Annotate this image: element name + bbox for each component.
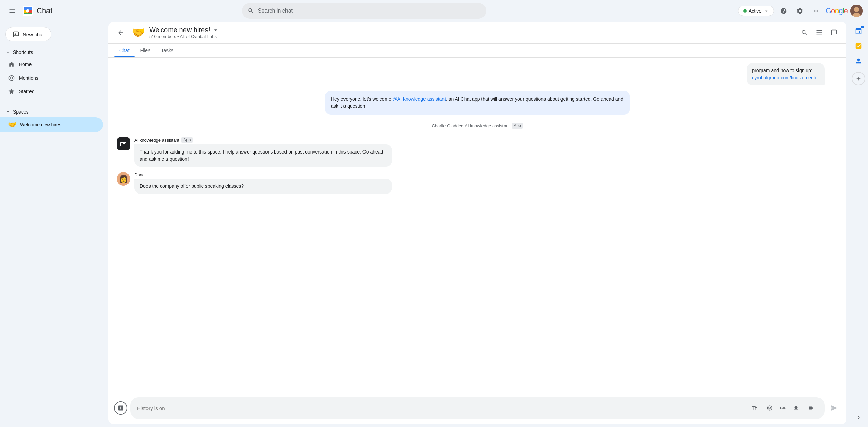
menu-icon[interactable] — [5, 4, 19, 18]
topbar-left: Chat — [5, 4, 114, 18]
google-logo: Google — [826, 6, 848, 15]
input-area: GIF — [108, 393, 846, 424]
chat-logo-icon — [22, 5, 34, 17]
app-badge: App — [512, 123, 523, 129]
search-chat-button[interactable] — [797, 26, 811, 39]
input-actions: GIF — [748, 401, 818, 415]
tabs: Chat Files Tasks — [108, 44, 846, 58]
mentor-link[interactable]: cymbalgroup.com/find-a-mentor — [752, 75, 819, 80]
status-button[interactable]: Active — [738, 6, 774, 16]
message-text-partial: program and how to sign up: — [752, 68, 812, 73]
toggle-panel-button[interactable] — [812, 26, 826, 39]
tab-files[interactable]: Files — [135, 44, 156, 57]
video-icon — [808, 405, 814, 411]
shortcuts-section-header[interactable]: Shortcuts — [0, 47, 108, 58]
space-name-text: Welcome new hires! — [149, 26, 210, 34]
sidebar-mentions-label: Mentions — [19, 75, 38, 81]
space-header-emoji: 🤝 — [132, 26, 145, 39]
gif-button[interactable]: GIF — [778, 401, 788, 415]
sidebar-starred-label: Starred — [19, 89, 35, 94]
shortcuts-label: Shortcuts — [13, 49, 33, 55]
sidebar-item-mentions[interactable]: Mentions — [0, 71, 103, 85]
calendar-button[interactable] — [852, 24, 865, 38]
right-sidebar — [849, 22, 868, 427]
add-attachment-button[interactable] — [114, 401, 127, 415]
format-text-icon — [752, 405, 758, 411]
message-bot-row: AI knowledge assistant App Thank you for… — [117, 137, 838, 167]
starred-icon — [8, 88, 15, 95]
bot-sender: AI knowledge assistant App — [134, 137, 838, 143]
space-emoji: 🤝 — [8, 121, 17, 129]
chat-header: 🤝 Welcome new hires! 510 members • All o… — [108, 22, 846, 44]
expand-button[interactable] — [852, 411, 865, 424]
user-avatar[interactable] — [850, 5, 863, 17]
new-chat-label: New chat — [23, 32, 44, 37]
add-app-button-wrap — [852, 72, 865, 85]
dana-message-bubble: Does the company offer public speaking c… — [134, 179, 392, 194]
topbar-right: Active Google — [738, 4, 863, 18]
new-chat-button[interactable]: New chat — [5, 27, 51, 41]
chevron-down-icon — [212, 27, 219, 34]
search-input[interactable] — [258, 8, 481, 14]
bot-message-text: Thank you for adding me to this space. I… — [140, 149, 383, 162]
help-button[interactable] — [777, 4, 790, 18]
system-message-ai-added: Charlie C added AI knowledge assistant A… — [117, 120, 838, 131]
bot-message-content: AI knowledge assistant App Thank you for… — [134, 137, 838, 167]
video-message-button[interactable] — [804, 401, 818, 415]
bot-app-badge: App — [181, 137, 193, 143]
contacts-button[interactable] — [852, 54, 865, 68]
ai-mention: @AI knowledge assistant — [393, 96, 446, 102]
message-blue-bubble: Hey everyone, let's welcome @AI knowledg… — [325, 91, 630, 115]
bot-name: AI knowledge assistant — [134, 138, 179, 143]
space-meta: 510 members • All of Cymbal Labs — [149, 34, 219, 39]
sidebar: New chat Shortcuts Home Mentions Starred — [0, 22, 108, 427]
chevron-down-icon — [764, 8, 769, 14]
status-label: Active — [749, 8, 762, 14]
chevron-right-icon — [855, 414, 862, 421]
space-title[interactable]: Welcome new hires! — [149, 26, 219, 34]
message-input[interactable] — [137, 405, 745, 411]
sidebar-item-starred[interactable]: Starred — [0, 85, 103, 98]
add-app-button[interactable] — [852, 72, 865, 85]
upload-icon — [793, 405, 799, 411]
chevron-down-icon — [5, 109, 11, 115]
chevron-down-icon — [5, 49, 11, 55]
system-message-text: Charlie C added AI knowledge assistant — [432, 123, 510, 128]
sidebar-item-home[interactable]: Home — [0, 58, 103, 71]
threads-button[interactable] — [827, 26, 841, 39]
spaces-section-header[interactable]: Spaces — [0, 106, 108, 117]
calendar-badge — [861, 26, 864, 28]
format-text-button[interactable] — [748, 401, 762, 415]
tab-tasks[interactable]: Tasks — [156, 44, 179, 57]
space-name-label: Welcome new hires! — [20, 122, 63, 127]
avatar-image — [850, 5, 863, 17]
apps-button[interactable] — [809, 4, 823, 18]
bot-message-bubble: Thank you for adding me to this space. I… — [134, 144, 392, 167]
messages-area: program and how to sign up: cymbalgroup.… — [108, 58, 846, 393]
dana-name: Dana — [134, 172, 145, 177]
members-count: 510 members — [149, 34, 176, 39]
message-partial: program and how to sign up: cymbalgroup.… — [117, 63, 838, 85]
back-button[interactable] — [114, 26, 127, 39]
svg-point-3 — [854, 7, 859, 12]
emoji-icon — [767, 405, 773, 411]
send-button[interactable] — [827, 401, 841, 415]
dana-avatar: 👩 — [117, 172, 130, 186]
tab-chat[interactable]: Chat — [114, 44, 135, 57]
tasks-button[interactable] — [852, 39, 865, 53]
sidebar-home-label: Home — [19, 62, 32, 67]
dana-message-text: Does the company offer public speaking c… — [140, 183, 244, 189]
main-layout: New chat Shortcuts Home Mentions Starred — [0, 22, 868, 427]
add-icon — [855, 76, 862, 82]
emoji-button[interactable] — [763, 401, 776, 415]
new-chat-icon — [13, 31, 19, 38]
dana-message-content: Dana Does the company offer public speak… — [134, 172, 838, 194]
bot-avatar — [117, 137, 130, 150]
mentions-icon — [8, 75, 15, 81]
search-icon — [248, 7, 254, 14]
sidebar-space-item-welcome[interactable]: 🤝 Welcome new hires! — [0, 117, 103, 132]
settings-button[interactable] — [793, 4, 807, 18]
status-dot — [743, 9, 747, 13]
upload-button[interactable] — [789, 401, 803, 415]
search-bar — [242, 3, 486, 19]
